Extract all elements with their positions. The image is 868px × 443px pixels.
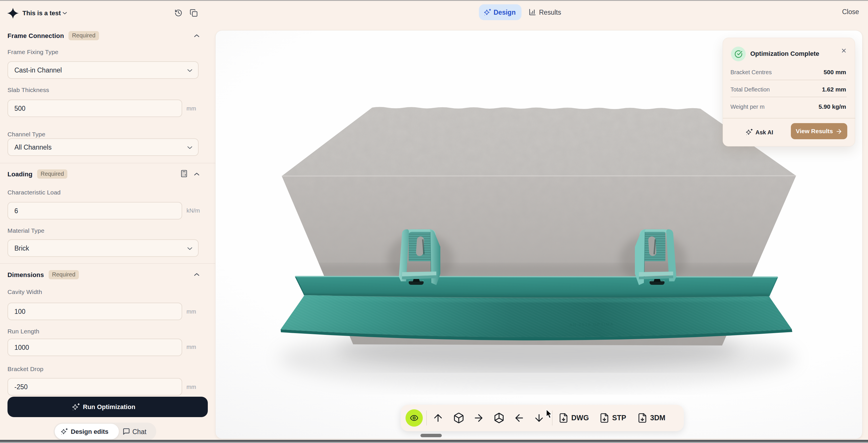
svg-text:AN 0518 OPTIMA: AN 0518 OPTIMA bbox=[569, 322, 614, 327]
